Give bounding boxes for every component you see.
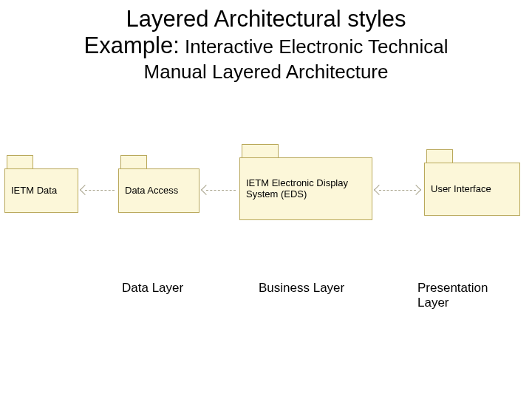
folder-label: IETM Data (11, 185, 57, 197)
folder-label: User Interface (431, 184, 491, 195)
slide-title: Layered Architectural styles Example: In… (0, 0, 532, 83)
title-line-1: Layered Architectural styles (0, 6, 532, 33)
folder-tab-icon (7, 155, 33, 170)
folder-tab-icon (120, 155, 147, 170)
title-example-prefix: Example: (84, 33, 180, 58)
folder-tab-icon (426, 149, 453, 164)
folder-label: Data Access (125, 185, 178, 197)
folder-tab-icon (242, 144, 279, 159)
title-line-3: Manual Layered Architecture (0, 61, 532, 83)
label-presentation-layer-text: Presentation Layer (417, 281, 488, 310)
title-example-rest: Interactive Electronic Technical (180, 35, 449, 58)
label-data-layer: Data Layer (122, 281, 183, 296)
folder-label: IETM Electronic Display System (EDS) (246, 178, 366, 200)
arrow-right-icon (411, 185, 421, 195)
title-line-2: Example: Interactive Electronic Technica… (0, 33, 532, 59)
label-presentation-layer: Presentation Layer (417, 281, 514, 310)
label-business-layer: Business Layer (259, 281, 344, 296)
dependency-arrow (206, 190, 236, 191)
architecture-diagram: IETM Data Data Access IETM Electronic Di… (0, 140, 532, 288)
dependency-arrow (85, 190, 115, 191)
